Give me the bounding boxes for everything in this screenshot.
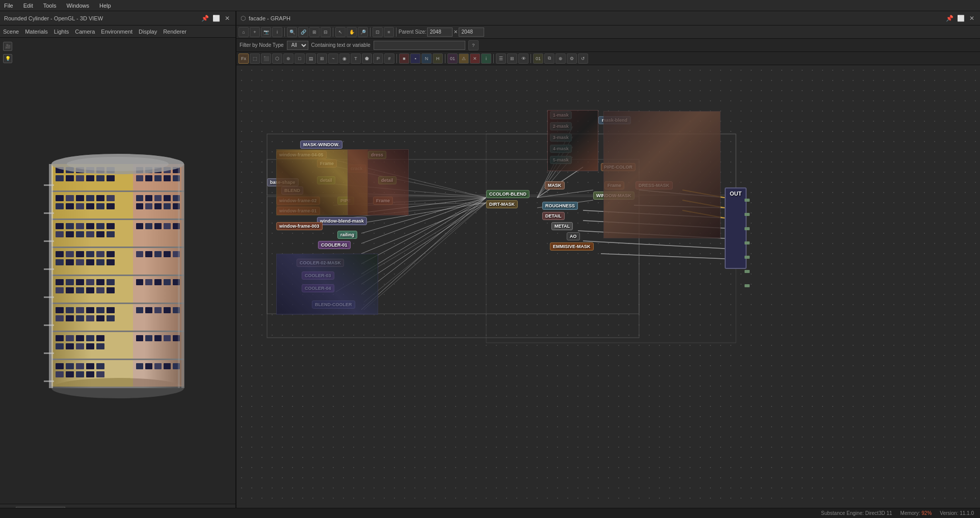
svg-rect-148 xyxy=(164,335,171,341)
node-emmisive-mask[interactable]: EMMISIVE-MASK xyxy=(550,242,594,251)
node-type-svg[interactable]: ⬟ xyxy=(362,53,372,64)
graph-tool-select[interactable]: ↖ xyxy=(335,27,346,37)
node-badge-warning[interactable]: ⚠ xyxy=(459,53,469,64)
out-connector-1[interactable] xyxy=(745,199,750,202)
node-badge-01[interactable]: 01 xyxy=(447,53,458,64)
node-type-text[interactable]: T xyxy=(351,53,361,64)
vp-menu-display[interactable]: Display xyxy=(139,29,157,35)
graph-tool-frame[interactable]: ⊡ xyxy=(373,27,383,37)
parent-size-input[interactable] xyxy=(427,28,453,37)
filter-type-select[interactable]: All xyxy=(287,41,308,50)
graph-tool-add-node[interactable]: + xyxy=(250,27,260,37)
node-type-filter[interactable]: ⬡ xyxy=(272,53,282,64)
node-type-normal[interactable]: N xyxy=(421,53,432,64)
node-type-color[interactable]: ■ xyxy=(399,53,409,64)
graph-tool-camera[interactable]: 📷 xyxy=(261,27,271,37)
graph-tool-search[interactable]: 🔍 xyxy=(287,27,297,37)
graph-toolbar-sep1 xyxy=(284,28,285,37)
menu-item-tools[interactable]: Tools xyxy=(41,2,59,10)
node-dirt-mask[interactable]: DIRT-MASK xyxy=(486,200,518,208)
camera-icon[interactable]: 🎥 xyxy=(3,42,12,51)
node-railing[interactable]: railing xyxy=(337,231,357,239)
node-paste[interactable]: ⊕ xyxy=(555,53,566,64)
node-badge-error[interactable]: ✕ xyxy=(470,53,480,64)
node-type-mask[interactable]: ▪ xyxy=(410,53,420,64)
graph-tool-layout[interactable]: ⊟ xyxy=(321,27,331,37)
graph-pin-button[interactable]: 📌 xyxy=(945,15,953,22)
node-type-param[interactable]: P xyxy=(373,53,383,64)
node-mask-right[interactable]: MASK xyxy=(545,181,565,189)
node-view-list[interactable]: ☰ xyxy=(496,53,506,64)
node-type-output[interactable]: ⬛ xyxy=(261,53,271,64)
viewport-float-button[interactable]: ⬜ xyxy=(212,15,220,22)
node-badge-info[interactable]: i xyxy=(481,53,491,64)
vp-menu-environment[interactable]: Environment xyxy=(101,29,133,35)
menu-item-edit[interactable]: Edit xyxy=(21,2,35,10)
node-ao[interactable]: AO xyxy=(567,232,580,240)
parent-size-input2[interactable] xyxy=(459,28,484,37)
out-connector-6[interactable] xyxy=(745,270,750,273)
graph-close-button[interactable]: ✕ xyxy=(968,15,976,22)
node-type-pattern[interactable]: ⊞ xyxy=(317,53,327,64)
node-badge-2[interactable]: 01 xyxy=(533,53,543,64)
out-connector-2[interactable] xyxy=(745,213,750,216)
node-type-blend[interactable]: ⊕ xyxy=(283,53,294,64)
graph-tool-info[interactable]: i xyxy=(272,27,282,37)
node-type-gradient[interactable]: ▤ xyxy=(306,53,316,64)
vp-menu-materials[interactable]: Materials xyxy=(25,29,48,35)
node-wbm[interactable]: window-blend-mask xyxy=(317,217,367,225)
node-view-preview[interactable]: 👁 xyxy=(518,53,528,64)
vp-menu-scene[interactable]: Scene xyxy=(3,29,19,35)
viewport-pin-button[interactable]: 📌 xyxy=(201,15,209,22)
node-detail-r[interactable]: DETAIL xyxy=(542,212,565,220)
graph-float-button[interactable]: ⬜ xyxy=(957,15,965,22)
graph-canvas[interactable]: 1-mask 2-mask 3-mask 4-mask 5-mask mask-… xyxy=(236,65,980,518)
node-ccolor-blend[interactable]: CCOLOR-BLEND xyxy=(486,190,529,198)
filter-help-btn[interactable]: ? xyxy=(468,40,479,50)
out-connector-5[interactable] xyxy=(745,256,750,259)
vp-menu-camera[interactable]: Camera xyxy=(75,29,95,35)
graph-tool-link[interactable]: 🔗 xyxy=(298,27,308,37)
node-wf-003[interactable]: window-frame-003 xyxy=(276,222,323,230)
node-type-noise[interactable]: ~ xyxy=(328,53,338,64)
svg-rect-177 xyxy=(44,352,54,354)
svg-rect-162 xyxy=(96,371,104,377)
svg-rect-145 xyxy=(136,335,143,341)
node-type-uniform[interactable]: □ xyxy=(295,53,305,64)
svg-line-191 xyxy=(537,190,593,198)
out-connector-3[interactable] xyxy=(745,227,750,230)
node-out[interactable]: OUT xyxy=(725,187,747,269)
node-roughness-label: ROUGHNESS xyxy=(545,203,575,208)
node-type-height[interactable]: H xyxy=(433,53,443,64)
node-type-num[interactable]: # xyxy=(384,53,394,64)
node-preview-group3 xyxy=(276,254,378,315)
node-type-input[interactable]: ⬚ xyxy=(250,53,260,64)
viewport-close-button[interactable]: ✕ xyxy=(223,15,231,22)
out-connector-7[interactable] xyxy=(745,284,750,287)
svg-rect-80 xyxy=(107,251,115,257)
graph-tool-pan[interactable]: ✋ xyxy=(347,27,357,37)
out-connector-4[interactable] xyxy=(745,241,750,244)
node-cooler-01[interactable]: COOLER-01 xyxy=(318,241,351,249)
graph-tool-align[interactable]: ≡ xyxy=(384,27,394,37)
menu-item-file[interactable]: File xyxy=(2,2,15,10)
menu-item-help[interactable]: Help xyxy=(97,2,113,10)
light-icon[interactable]: 💡 xyxy=(3,54,12,63)
vp-menu-lights[interactable]: Lights xyxy=(54,29,69,35)
graph-tool-grid[interactable]: ⊞ xyxy=(309,27,320,37)
node-mask-window[interactable]: MASK-WINDOW. xyxy=(300,141,342,149)
node-metal[interactable]: METAL xyxy=(551,222,573,230)
graph-tool-home[interactable]: ⌂ xyxy=(239,27,249,37)
graph-tool-zoom[interactable]: 🔎 xyxy=(358,27,368,37)
menu-item-windows[interactable]: Windows xyxy=(64,2,91,10)
viewport-3d[interactable]: 🎥 💡 xyxy=(0,38,235,504)
node-view-grid[interactable]: ⊞ xyxy=(507,53,517,64)
node-roughness[interactable]: ROUGHNESS xyxy=(542,202,578,210)
node-type-render[interactable]: ◉ xyxy=(339,53,350,64)
filter-text-input[interactable] xyxy=(374,41,465,50)
node-type-fx[interactable]: Fx xyxy=(239,53,249,64)
vp-menu-renderer[interactable]: Renderer xyxy=(163,29,187,35)
node-settings[interactable]: ⚙ xyxy=(567,53,577,64)
node-copy[interactable]: ⧉ xyxy=(544,53,554,64)
node-refresh[interactable]: ↺ xyxy=(578,53,588,64)
